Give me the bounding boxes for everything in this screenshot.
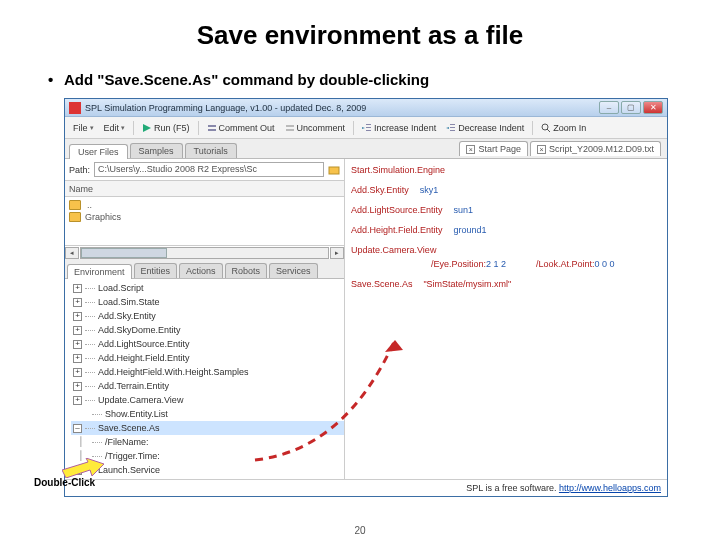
code-pane[interactable]: Start.Simulation.Engine Add.Sky.Entity s… xyxy=(345,159,667,479)
path-input[interactable]: C:\Users\y...Studio 2008 R2 Express\Sc xyxy=(94,162,324,177)
code-keyword: Start.Simulation.Engine xyxy=(351,165,445,175)
annotation-double-click: Double-Click xyxy=(34,477,95,488)
app-window: SPL Simulation Programming Language, v1.… xyxy=(64,98,668,497)
menu-increase-indent[interactable]: Increase Indent xyxy=(358,122,440,134)
code-arg: sky1 xyxy=(420,185,439,195)
tree-item[interactable]: +Add.HeightField.With.Height.Samples xyxy=(71,365,344,379)
svg-rect-7 xyxy=(366,130,371,131)
tab-entities[interactable]: Entities xyxy=(134,263,178,278)
path-label: Path: xyxy=(69,165,90,175)
lower-tabbar: Environment Entities Actions Robots Serv… xyxy=(65,259,344,279)
arrow-yellow-icon xyxy=(62,458,104,478)
svg-rect-6 xyxy=(366,127,371,128)
code-param: /Look.At.Point: xyxy=(536,259,595,269)
tab-start-page[interactable]: ×Start Page xyxy=(459,141,528,156)
window-titlebar[interactable]: SPL Simulation Programming Language, v1.… xyxy=(65,99,667,117)
tab-robots[interactable]: Robots xyxy=(225,263,268,278)
svg-rect-3 xyxy=(286,125,294,127)
bullet-text: Add "Save.Scene.As" command by double-cl… xyxy=(64,71,680,88)
scroll-track[interactable] xyxy=(80,247,329,259)
tab-tutorials[interactable]: Tutorials xyxy=(185,143,237,158)
footer-link[interactable]: http://www.helloapps.com xyxy=(559,483,661,493)
left-pane: Path: C:\Users\y...Studio 2008 R2 Expres… xyxy=(65,159,345,479)
tree-item-save-scene-as[interactable]: –Save.Scene.As xyxy=(71,421,344,435)
svg-line-14 xyxy=(547,129,550,132)
tree-item[interactable]: +Add.SkyDome.Entity xyxy=(71,323,344,337)
tab-script[interactable]: ×Script_Y2009.M12.D09.txt xyxy=(530,141,661,156)
open-folder-icon[interactable] xyxy=(328,164,340,176)
code-keyword: Save.Scene.As xyxy=(351,279,413,289)
app-icon xyxy=(69,102,81,114)
close-tab-icon[interactable]: × xyxy=(537,145,546,154)
command-tree: +Load.Script +Load.Sim.State +Add.Sky.En… xyxy=(65,279,344,479)
svg-marker-12 xyxy=(446,127,449,129)
svg-rect-1 xyxy=(208,125,216,127)
left-tabbar: User Files Samples Tutorials ×Start Page… xyxy=(65,139,667,159)
tree-item[interactable]: +Add.LightSource.Entity xyxy=(71,337,344,351)
tab-samples[interactable]: Samples xyxy=(130,143,183,158)
file-row-graphics[interactable]: Graphics xyxy=(69,211,340,223)
svg-rect-9 xyxy=(450,124,455,125)
file-header-name[interactable]: Name xyxy=(65,181,344,197)
tree-item[interactable]: +Update.Camera.View xyxy=(71,393,344,407)
code-keyword: Add.Sky.Entity xyxy=(351,185,409,195)
scroll-thumb[interactable] xyxy=(81,248,167,258)
menu-run[interactable]: Run (F5) xyxy=(138,122,194,134)
maximize-button[interactable]: ▢ xyxy=(621,101,641,114)
file-row-up[interactable] xyxy=(69,199,340,211)
menu-edit[interactable]: Edit▾ xyxy=(100,122,130,134)
menu-comment-out[interactable]: Comment Out xyxy=(203,122,279,134)
menubar: File▾ Edit▾ Run (F5) Comment Out Uncomme… xyxy=(65,117,667,139)
svg-rect-5 xyxy=(366,124,371,125)
code-arg: 0 0 0 xyxy=(595,259,615,269)
menu-decrease-indent[interactable]: Decrease Indent xyxy=(442,122,528,134)
svg-marker-0 xyxy=(143,124,151,132)
svg-rect-10 xyxy=(450,127,455,128)
scroll-left-button[interactable]: ◂ xyxy=(65,247,79,259)
menu-file[interactable]: File▾ xyxy=(69,122,98,134)
tree-subitem[interactable]: │/Trigger.Time: xyxy=(71,449,344,463)
close-button[interactable]: ✕ xyxy=(643,101,663,114)
tree-item[interactable]: +Launch.Service xyxy=(71,463,344,477)
menu-zoom-in[interactable]: Zoom In xyxy=(537,122,590,134)
tab-actions[interactable]: Actions xyxy=(179,263,223,278)
svg-rect-2 xyxy=(208,129,216,131)
folder-icon xyxy=(69,212,81,222)
svg-rect-11 xyxy=(450,130,455,131)
tree-item[interactable]: +Add.Terrain.Entity xyxy=(71,379,344,393)
tab-environment[interactable]: Environment xyxy=(67,264,132,279)
tree-item[interactable]: +Add.Height.Field.Entity xyxy=(71,351,344,365)
tree-item[interactable]: Show.Entity.List xyxy=(71,407,344,421)
code-arg: sun1 xyxy=(453,205,473,215)
svg-rect-4 xyxy=(286,129,294,131)
code-param: /Eye.Position: xyxy=(431,259,486,269)
code-keyword: Add.Height.Field.Entity xyxy=(351,225,443,235)
svg-marker-16 xyxy=(62,458,104,478)
code-string: "SimState/mysim.xml" xyxy=(423,279,511,289)
tab-services[interactable]: Services xyxy=(269,263,318,278)
minimize-button[interactable]: – xyxy=(599,101,619,114)
code-keyword: Update.Camera.View xyxy=(351,245,436,255)
menu-uncomment[interactable]: Uncomment xyxy=(281,122,350,134)
tree-subitem[interactable]: │/FileName: xyxy=(71,435,344,449)
code-arg: ground1 xyxy=(453,225,486,235)
code-keyword: Add.LightSource.Entity xyxy=(351,205,443,215)
tab-userfiles[interactable]: User Files xyxy=(69,144,128,159)
scroll-right-button[interactable]: ▸ xyxy=(330,247,344,259)
file-hscroll[interactable]: ◂ ▸ xyxy=(65,245,344,259)
window-title: SPL Simulation Programming Language, v1.… xyxy=(85,103,599,113)
slide-title: Save environment as a file xyxy=(40,20,680,51)
svg-marker-8 xyxy=(362,127,365,129)
page-number: 20 xyxy=(354,525,365,536)
tree-item[interactable]: +Load.Script xyxy=(71,281,344,295)
file-list[interactable]: Graphics xyxy=(65,197,344,245)
code-arg: 2 1 2 xyxy=(486,259,506,269)
tree-item[interactable]: +Load.Sim.State xyxy=(71,295,344,309)
tree-item[interactable]: +Add.Sky.Entity xyxy=(71,309,344,323)
close-tab-icon[interactable]: × xyxy=(466,145,475,154)
status-footer: SPL is a free software. http://www.hello… xyxy=(65,479,667,496)
svg-rect-15 xyxy=(329,167,339,174)
folder-icon xyxy=(69,200,81,210)
